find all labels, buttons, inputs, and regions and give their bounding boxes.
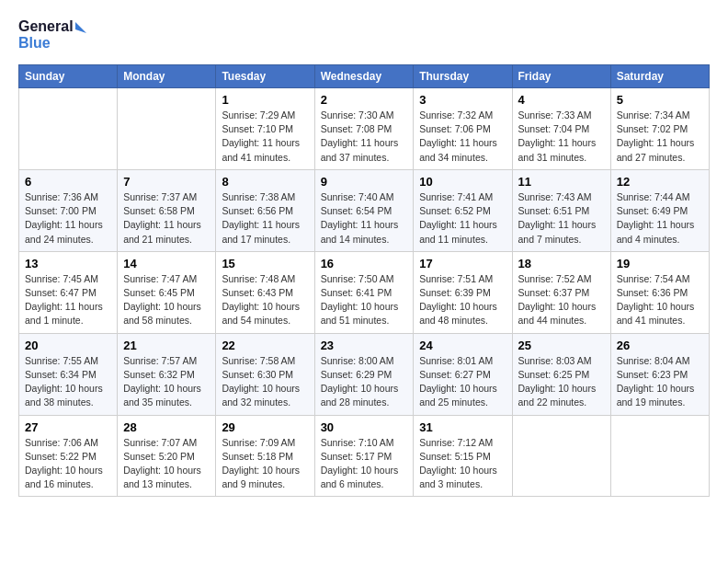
day-number: 12	[617, 175, 703, 189]
weekday-header-saturday: Saturday	[610, 65, 709, 88]
day-number: 2	[321, 93, 408, 107]
calendar-cell: 8Sunrise: 7:38 AM Sunset: 6:56 PM Daylig…	[216, 169, 314, 251]
day-info: Sunrise: 7:43 AM Sunset: 6:51 PM Dayligh…	[518, 190, 605, 247]
calendar-cell: 15Sunrise: 7:48 AM Sunset: 6:43 PM Dayli…	[216, 251, 314, 333]
day-number: 13	[25, 257, 111, 270]
day-number: 22	[222, 339, 308, 352]
calendar-cell: 4Sunrise: 7:33 AM Sunset: 7:04 PM Daylig…	[512, 88, 610, 170]
calendar-cell: 12Sunrise: 7:44 AM Sunset: 6:49 PM Dayli…	[610, 169, 709, 251]
calendar-cell: 17Sunrise: 7:51 AM Sunset: 6:39 PM Dayli…	[414, 251, 512, 333]
day-number: 15	[222, 257, 308, 270]
day-number: 11	[518, 175, 605, 189]
calendar-cell: 7Sunrise: 7:37 AM Sunset: 6:58 PM Daylig…	[118, 169, 216, 251]
calendar-cell: 5Sunrise: 7:34 AM Sunset: 7:02 PM Daylig…	[610, 88, 709, 170]
day-number: 28	[123, 420, 210, 434]
day-info: Sunrise: 7:06 AM Sunset: 5:22 PM Dayligh…	[25, 436, 111, 492]
day-info: Sunrise: 8:00 AM Sunset: 6:29 PM Dayligh…	[321, 354, 408, 410]
day-info: Sunrise: 7:55 AM Sunset: 6:34 PM Dayligh…	[25, 354, 111, 410]
day-number: 18	[518, 257, 605, 270]
day-number: 14	[123, 257, 210, 270]
calendar-cell: 6Sunrise: 7:36 AM Sunset: 7:00 PM Daylig…	[19, 169, 118, 251]
day-number: 6	[25, 175, 111, 189]
day-info: Sunrise: 7:09 AM Sunset: 5:18 PM Dayligh…	[222, 436, 308, 492]
calendar-cell: 2Sunrise: 7:30 AM Sunset: 7:08 PM Daylig…	[314, 88, 414, 170]
calendar-header-row: SundayMondayTuesdayWednesdayThursdayFrid…	[19, 65, 710, 88]
day-number: 31	[419, 420, 506, 434]
calendar-cell: 16Sunrise: 7:50 AM Sunset: 6:41 PM Dayli…	[314, 251, 414, 333]
day-info: Sunrise: 7:29 AM Sunset: 7:10 PM Dayligh…	[222, 109, 308, 165]
calendar-cell: 11Sunrise: 7:43 AM Sunset: 6:51 PM Dayli…	[512, 169, 610, 251]
svg-text:General: General	[18, 18, 74, 34]
day-info: Sunrise: 7:44 AM Sunset: 6:49 PM Dayligh…	[617, 190, 703, 247]
calendar-week-2: 6Sunrise: 7:36 AM Sunset: 7:00 PM Daylig…	[19, 169, 710, 251]
day-info: Sunrise: 7:48 AM Sunset: 6:43 PM Dayligh…	[222, 272, 308, 328]
day-number: 3	[419, 93, 506, 107]
calendar-cell: 3Sunrise: 7:32 AM Sunset: 7:06 PM Daylig…	[414, 88, 512, 170]
day-info: Sunrise: 7:51 AM Sunset: 6:39 PM Dayligh…	[419, 272, 506, 328]
day-info: Sunrise: 8:03 AM Sunset: 6:25 PM Dayligh…	[518, 354, 605, 410]
day-info: Sunrise: 7:57 AM Sunset: 6:32 PM Dayligh…	[123, 354, 210, 410]
calendar-cell	[610, 415, 709, 497]
calendar-cell: 1Sunrise: 7:29 AM Sunset: 7:10 PM Daylig…	[216, 88, 314, 170]
calendar-cell: 9Sunrise: 7:40 AM Sunset: 6:54 PM Daylig…	[314, 169, 414, 251]
day-info: Sunrise: 7:33 AM Sunset: 7:04 PM Dayligh…	[518, 109, 605, 165]
calendar-cell	[19, 88, 118, 170]
calendar-week-3: 13Sunrise: 7:45 AM Sunset: 6:47 PM Dayli…	[19, 251, 710, 333]
calendar-cell: 28Sunrise: 7:07 AM Sunset: 5:20 PM Dayli…	[118, 415, 216, 497]
day-number: 24	[419, 339, 506, 352]
calendar-cell: 29Sunrise: 7:09 AM Sunset: 5:18 PM Dayli…	[216, 415, 314, 497]
svg-text:Blue: Blue	[18, 35, 51, 51]
day-number: 19	[617, 257, 703, 270]
logo-svg: GeneralBlue	[18, 15, 92, 53]
calendar-cell: 25Sunrise: 8:03 AM Sunset: 6:25 PM Dayli…	[512, 333, 610, 415]
calendar-table: SundayMondayTuesdayWednesdayThursdayFrid…	[18, 64, 710, 497]
calendar-cell: 13Sunrise: 7:45 AM Sunset: 6:47 PM Dayli…	[19, 251, 118, 333]
day-info: Sunrise: 7:07 AM Sunset: 5:20 PM Dayligh…	[123, 436, 210, 492]
weekday-header-friday: Friday	[512, 65, 610, 88]
day-info: Sunrise: 7:47 AM Sunset: 6:45 PM Dayligh…	[123, 272, 210, 328]
weekday-header-thursday: Thursday	[414, 65, 512, 88]
calendar-cell: 22Sunrise: 7:58 AM Sunset: 6:30 PM Dayli…	[216, 333, 314, 415]
calendar-cell	[512, 415, 610, 497]
weekday-header-tuesday: Tuesday	[216, 65, 314, 88]
calendar-cell: 23Sunrise: 8:00 AM Sunset: 6:29 PM Dayli…	[314, 333, 414, 415]
day-number: 25	[518, 339, 605, 352]
day-number: 29	[222, 420, 308, 434]
day-info: Sunrise: 7:41 AM Sunset: 6:52 PM Dayligh…	[419, 190, 506, 247]
weekday-header-wednesday: Wednesday	[314, 65, 414, 88]
calendar-week-1: 1Sunrise: 7:29 AM Sunset: 7:10 PM Daylig…	[19, 88, 710, 170]
calendar-week-5: 27Sunrise: 7:06 AM Sunset: 5:22 PM Dayli…	[19, 415, 710, 497]
day-number: 30	[321, 420, 408, 434]
day-info: Sunrise: 7:58 AM Sunset: 6:30 PM Dayligh…	[222, 354, 308, 410]
day-info: Sunrise: 7:52 AM Sunset: 6:37 PM Dayligh…	[518, 272, 605, 328]
calendar-cell: 14Sunrise: 7:47 AM Sunset: 6:45 PM Dayli…	[118, 251, 216, 333]
day-info: Sunrise: 7:50 AM Sunset: 6:41 PM Dayligh…	[321, 272, 408, 328]
day-info: Sunrise: 7:36 AM Sunset: 7:00 PM Dayligh…	[25, 190, 111, 247]
day-info: Sunrise: 8:04 AM Sunset: 6:23 PM Dayligh…	[617, 354, 703, 410]
calendar-cell: 21Sunrise: 7:57 AM Sunset: 6:32 PM Dayli…	[118, 333, 216, 415]
calendar-cell: 18Sunrise: 7:52 AM Sunset: 6:37 PM Dayli…	[512, 251, 610, 333]
svg-marker-2	[75, 22, 86, 33]
calendar-cell: 26Sunrise: 8:04 AM Sunset: 6:23 PM Dayli…	[610, 333, 709, 415]
day-info: Sunrise: 7:34 AM Sunset: 7:02 PM Dayligh…	[617, 109, 703, 165]
calendar-cell: 24Sunrise: 8:01 AM Sunset: 6:27 PM Dayli…	[414, 333, 512, 415]
calendar-cell: 19Sunrise: 7:54 AM Sunset: 6:36 PM Dayli…	[610, 251, 709, 333]
day-number: 26	[617, 339, 703, 352]
day-number: 1	[222, 93, 308, 107]
weekday-header-sunday: Sunday	[19, 65, 118, 88]
day-info: Sunrise: 7:10 AM Sunset: 5:17 PM Dayligh…	[321, 436, 408, 492]
day-number: 17	[419, 257, 506, 270]
calendar-cell: 30Sunrise: 7:10 AM Sunset: 5:17 PM Dayli…	[314, 415, 414, 497]
weekday-header-monday: Monday	[118, 65, 216, 88]
day-number: 27	[25, 420, 111, 434]
day-number: 16	[321, 257, 408, 270]
day-info: Sunrise: 7:38 AM Sunset: 6:56 PM Dayligh…	[222, 190, 308, 247]
day-info: Sunrise: 7:32 AM Sunset: 7:06 PM Dayligh…	[419, 109, 506, 165]
day-number: 23	[321, 339, 408, 352]
day-info: Sunrise: 7:37 AM Sunset: 6:58 PM Dayligh…	[123, 190, 210, 247]
day-info: Sunrise: 7:54 AM Sunset: 6:36 PM Dayligh…	[617, 272, 703, 328]
calendar-cell: 10Sunrise: 7:41 AM Sunset: 6:52 PM Dayli…	[414, 169, 512, 251]
calendar-cell: 20Sunrise: 7:55 AM Sunset: 6:34 PM Dayli…	[19, 333, 118, 415]
day-info: Sunrise: 7:40 AM Sunset: 6:54 PM Dayligh…	[321, 190, 408, 247]
day-number: 8	[222, 175, 308, 189]
